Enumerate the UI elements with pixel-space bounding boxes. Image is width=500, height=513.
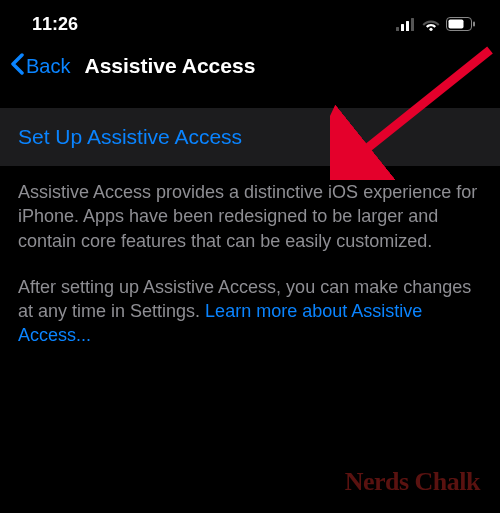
status-time: 11:26 [32, 14, 78, 35]
svg-rect-6 [449, 20, 464, 29]
battery-icon [446, 17, 476, 31]
description: Assistive Access provides a distinctive … [0, 166, 500, 348]
svg-rect-0 [396, 27, 399, 31]
chevron-left-icon [10, 52, 24, 80]
nav-bar: Back Assistive Access [0, 44, 500, 98]
svg-rect-3 [411, 18, 414, 31]
status-bar: 11:26 [0, 0, 500, 44]
wifi-icon [422, 18, 440, 31]
setup-label: Set Up Assistive Access [18, 125, 242, 148]
svg-point-4 [429, 27, 432, 30]
svg-rect-7 [473, 22, 475, 27]
svg-rect-1 [401, 24, 404, 31]
description-paragraph-1: Assistive Access provides a distinctive … [18, 180, 482, 253]
page-title: Assistive Access [84, 54, 255, 78]
back-label: Back [26, 55, 70, 78]
cellular-icon [396, 18, 416, 31]
content: Set Up Assistive Access Assistive Access… [0, 98, 500, 348]
watermark: Nerds Chalk [345, 467, 480, 497]
setup-assistive-access-row[interactable]: Set Up Assistive Access [0, 108, 500, 166]
status-icons [396, 17, 476, 31]
svg-rect-2 [406, 21, 409, 31]
back-button[interactable]: Back [10, 52, 70, 80]
description-paragraph-2: After setting up Assistive Access, you c… [18, 275, 482, 348]
